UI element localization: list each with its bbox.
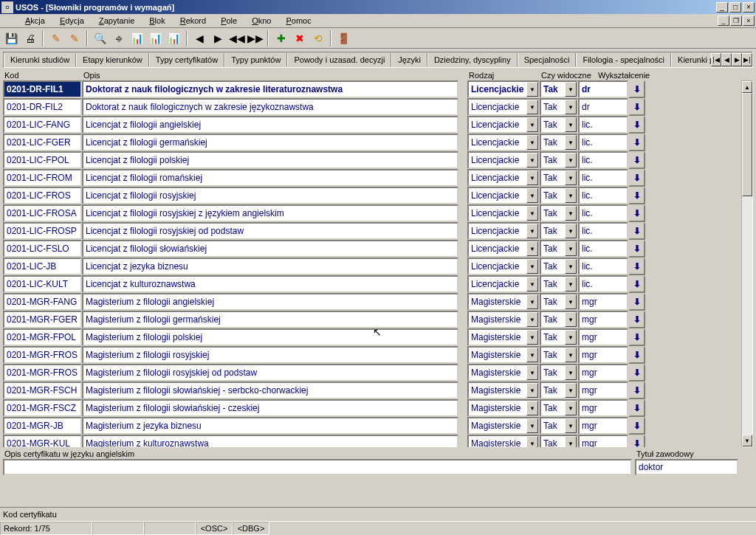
row-action-button[interactable]: ⬇ bbox=[628, 346, 645, 364]
czy-dropdown[interactable]: Tak▼ bbox=[540, 293, 578, 311]
cell-kod[interactable]: 0201-LIC-JB bbox=[3, 258, 82, 275]
chevron-down-icon[interactable]: ▼ bbox=[565, 100, 577, 114]
row-action-button[interactable]: ⬇ bbox=[628, 240, 645, 258]
tab-8[interactable]: Filologia - specjalności bbox=[576, 53, 671, 66]
cell-kod[interactable]: 0201-MGR-FSCH bbox=[3, 382, 82, 399]
search-icon[interactable]: 🔍 bbox=[92, 30, 109, 46]
print-icon[interactable]: 🖨 bbox=[21, 30, 38, 46]
chevron-down-icon[interactable]: ▼ bbox=[526, 294, 538, 309]
rodzaj-dropdown[interactable]: Licencjackie▼ bbox=[467, 222, 540, 240]
menu-zapytanie[interactable]: Zapytanie bbox=[92, 15, 142, 27]
czy-dropdown[interactable]: Tak▼ bbox=[540, 134, 578, 151]
tab-2[interactable]: Typy certyfikatów bbox=[149, 53, 224, 66]
cell-kod[interactable]: 0201-MGR-KUL bbox=[3, 435, 82, 447]
cell-opis[interactable]: Magisterium z filologii słowiańskiej - s… bbox=[82, 382, 458, 399]
tytul-input[interactable]: doktor bbox=[635, 459, 738, 475]
table-row[interactable]: 0201-MGR-FGERMagisterium z filologii ger… bbox=[3, 311, 741, 328]
chevron-down-icon[interactable]: ▼ bbox=[526, 401, 538, 415]
row-action-button[interactable]: ⬇ bbox=[628, 399, 645, 417]
cell-wyk[interactable]: lic. bbox=[578, 169, 628, 187]
cell-kod[interactable]: 0201-LIC-FPOL bbox=[3, 151, 82, 169]
first-icon[interactable]: ◀◀ bbox=[228, 30, 245, 46]
chart3-icon[interactable]: 📊 bbox=[165, 30, 182, 46]
row-action-button[interactable]: ⬇ bbox=[628, 151, 645, 169]
cell-kod[interactable]: 0201-MGR-FROS bbox=[3, 364, 82, 382]
chevron-down-icon[interactable]: ▼ bbox=[526, 277, 538, 291]
table-row[interactable]: 0201-MGR-FPOLMagisterium z filologii pol… bbox=[3, 328, 741, 346]
cell-opis[interactable]: Licencjat z filologii rosyjskiej od pods… bbox=[82, 222, 458, 240]
rodzaj-dropdown[interactable]: Magisterskie▼ bbox=[467, 328, 540, 346]
chevron-down-icon[interactable]: ▼ bbox=[526, 153, 538, 168]
chevron-down-icon[interactable]: ▼ bbox=[526, 206, 538, 221]
cell-wyk[interactable]: lic. bbox=[578, 222, 628, 240]
cell-kod[interactable]: 0201-MGR-FANG bbox=[3, 293, 82, 311]
czy-dropdown[interactable]: Tak▼ bbox=[540, 311, 578, 328]
undo-icon[interactable]: ⟲ bbox=[309, 30, 326, 46]
delete-icon[interactable]: ✖ bbox=[291, 30, 308, 46]
row-action-button[interactable]: ⬇ bbox=[628, 328, 645, 346]
table-row[interactable]: 0201-MGR-JBMagisterium z jezyka biznesuM… bbox=[3, 417, 741, 435]
table-row[interactable]: 0201-MGR-FANGMagisterium z filologii ang… bbox=[3, 293, 741, 311]
rodzaj-dropdown[interactable]: Licencjackie▼ bbox=[467, 169, 540, 187]
menu-rekord[interactable]: Rekord bbox=[173, 15, 213, 27]
row-action-button[interactable]: ⬇ bbox=[628, 258, 645, 275]
cell-opis[interactable]: Magisterium z kulturoznawstwa bbox=[82, 435, 458, 447]
chevron-down-icon[interactable]: ▼ bbox=[526, 365, 538, 380]
cell-opis[interactable]: Licencjat z filologii romańskiej bbox=[82, 169, 458, 187]
chevron-down-icon[interactable]: ▼ bbox=[526, 312, 538, 327]
cell-wyk[interactable]: lic. bbox=[578, 275, 628, 293]
czy-dropdown[interactable]: Tak▼ bbox=[540, 240, 578, 258]
cell-kod[interactable]: 0201-LIC-KULT bbox=[3, 275, 82, 293]
rodzaj-dropdown[interactable]: Licencjackie▼ bbox=[467, 134, 540, 151]
next-icon[interactable]: ▶ bbox=[210, 30, 227, 46]
czy-dropdown[interactable]: Tak▼ bbox=[540, 151, 578, 169]
cell-opis[interactable]: Licencjat z jezyka biznesu bbox=[82, 258, 458, 275]
cell-opis[interactable]: Licencjat z kulturoznawstwa bbox=[82, 275, 458, 293]
czy-dropdown[interactable]: Tak▼ bbox=[540, 258, 578, 275]
chevron-down-icon[interactable]: ▼ bbox=[565, 224, 577, 238]
row-action-button[interactable]: ⬇ bbox=[628, 222, 645, 240]
cell-wyk[interactable]: dr bbox=[578, 98, 628, 116]
chevron-down-icon[interactable]: ▼ bbox=[526, 188, 538, 203]
tab-next-button[interactable]: ▶ bbox=[732, 53, 742, 66]
mdi-restore-button[interactable]: ❐ bbox=[730, 15, 742, 26]
row-action-button[interactable]: ⬇ bbox=[628, 80, 645, 98]
edit2-icon[interactable]: ✎ bbox=[66, 30, 83, 46]
cell-wyk[interactable]: mgr bbox=[578, 328, 628, 346]
rodzaj-dropdown[interactable]: Licencjackie▼ bbox=[467, 204, 540, 222]
row-action-button[interactable]: ⬇ bbox=[628, 382, 645, 399]
row-action-button[interactable]: ⬇ bbox=[628, 169, 645, 187]
tab-first-button[interactable]: |◀ bbox=[711, 53, 721, 66]
cell-wyk[interactable]: mgr bbox=[578, 399, 628, 417]
rodzaj-dropdown[interactable]: Licencjackie▼ bbox=[467, 98, 540, 116]
cell-opis[interactable]: Licencjat z filologii słowiańskiej bbox=[82, 240, 458, 258]
cell-wyk[interactable]: lic. bbox=[578, 258, 628, 275]
rodzaj-dropdown[interactable]: Magisterskie▼ bbox=[467, 417, 540, 435]
rodzaj-dropdown[interactable]: Magisterskie▼ bbox=[467, 382, 540, 399]
chevron-down-icon[interactable]: ▼ bbox=[565, 188, 577, 203]
exit-icon[interactable]: 🚪 bbox=[335, 30, 352, 46]
menu-okno[interactable]: Okno bbox=[244, 15, 278, 27]
cell-opis[interactable]: Magisterium z filologii germańskiej bbox=[82, 311, 458, 328]
filter-icon[interactable]: ⎆ bbox=[110, 30, 127, 46]
row-action-button[interactable]: ⬇ bbox=[628, 204, 645, 222]
czy-dropdown[interactable]: Tak▼ bbox=[540, 364, 578, 382]
czy-dropdown[interactable]: Tak▼ bbox=[540, 399, 578, 417]
chevron-down-icon[interactable]: ▼ bbox=[565, 241, 577, 256]
chevron-down-icon[interactable]: ▼ bbox=[526, 418, 538, 433]
cell-kod[interactable]: 0201-LIC-FROSA bbox=[3, 204, 82, 222]
cell-opis[interactable]: Magisterium z filologii angielskiej bbox=[82, 293, 458, 311]
chevron-down-icon[interactable]: ▼ bbox=[565, 330, 577, 345]
table-row[interactable]: 0201-DR-FIL1Doktorat z nauk filologiczny… bbox=[3, 80, 741, 98]
table-row[interactable]: 0201-LIC-FROSALicencjat z filologii rosy… bbox=[3, 204, 741, 222]
table-row[interactable]: 0201-LIC-FPOLLicencjat z filologii polsk… bbox=[3, 151, 741, 169]
rodzaj-dropdown[interactable]: Licencjackie▼ bbox=[467, 116, 540, 134]
czy-dropdown[interactable]: Tak▼ bbox=[540, 417, 578, 435]
rodzaj-dropdown[interactable]: Licencjackie▼ bbox=[467, 258, 540, 275]
opis-ang-input[interactable] bbox=[3, 459, 632, 475]
chevron-down-icon[interactable]: ▼ bbox=[526, 135, 538, 150]
rodzaj-dropdown[interactable]: Licencjackie▼ bbox=[467, 240, 540, 258]
tab-6[interactable]: Dziedziny, dyscypliny bbox=[427, 53, 518, 66]
czy-dropdown[interactable]: Tak▼ bbox=[540, 80, 578, 98]
cell-opis[interactable]: Magisterium z jezyka biznesu bbox=[82, 417, 458, 435]
